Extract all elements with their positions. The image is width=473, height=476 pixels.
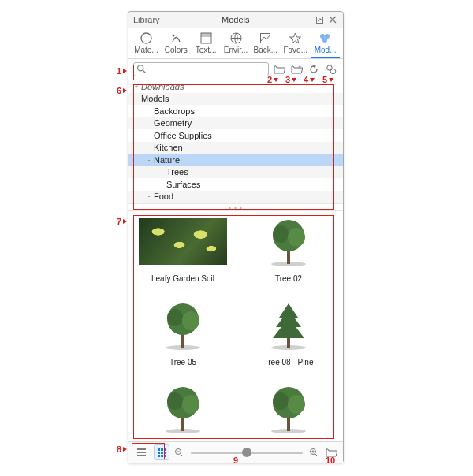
tree-label: Geometry xyxy=(154,118,192,128)
svg-point-31 xyxy=(182,395,199,414)
refresh-button[interactable] xyxy=(307,62,321,76)
tree-label: Nature xyxy=(154,155,180,165)
twisty-icon xyxy=(144,131,154,140)
svg-text:+: + xyxy=(298,65,301,69)
svg-point-14 xyxy=(330,69,335,73)
twisty-icon xyxy=(144,143,154,152)
svg-rect-37 xyxy=(158,448,160,451)
tree-row-nature[interactable]: -Nature xyxy=(128,154,343,166)
tree-row-geometry[interactable]: Geometry xyxy=(128,117,343,130)
svg-line-11 xyxy=(143,70,146,73)
tab-text[interactable]: Text... xyxy=(192,31,221,58)
thumbnail-label: Leafy Garden Soil xyxy=(151,274,214,293)
tree-label: Office Supplies xyxy=(154,131,212,140)
thumbnail-grid[interactable]: Leafy Garden SoilTree 02Tree 05Tree 08 -… xyxy=(128,211,343,449)
tree-row-trees[interactable]: Trees xyxy=(128,166,343,179)
thumbnail-label: Tree 05 xyxy=(169,358,196,377)
thumbnail-tree-02[interactable]: Tree 02 xyxy=(239,213,338,293)
callout-1: 1 xyxy=(117,66,127,76)
thumbnail-leafy-garden-soil[interactable]: Leafy Garden Soil xyxy=(133,213,233,293)
twisty-icon xyxy=(157,167,166,177)
tree-label: Surfaces xyxy=(166,180,200,189)
twisty-icon xyxy=(144,118,154,128)
tree-row-models[interactable]: -Models xyxy=(128,93,343,106)
callout-8: 8 xyxy=(117,444,127,454)
svg-rect-41 xyxy=(161,452,163,454)
callout-6: 6 xyxy=(117,86,127,95)
search-icon xyxy=(136,64,147,74)
svg-rect-40 xyxy=(158,452,160,454)
svg-point-35 xyxy=(273,392,289,410)
open-folder-button[interactable] xyxy=(272,62,286,76)
reveal-folder-button[interactable] xyxy=(324,445,338,459)
tree-label: Downloads xyxy=(141,82,184,91)
tree-view[interactable]: +Downloads-ModelsBackdropsGeometryOffice… xyxy=(128,80,343,203)
thumbnail-label: Tree 02 xyxy=(275,274,302,293)
svg-rect-39 xyxy=(164,448,166,451)
tree-label: Kitchen xyxy=(154,143,183,152)
tree-label: Models xyxy=(141,94,169,103)
library-label: Library xyxy=(133,15,160,24)
search-input[interactable] xyxy=(133,62,269,76)
tree-label: Backdrops xyxy=(154,106,195,116)
svg-point-24 xyxy=(182,311,199,330)
twisty-icon xyxy=(157,180,166,189)
twisty-icon[interactable]: - xyxy=(132,94,141,103)
svg-point-23 xyxy=(167,309,183,326)
tree-row-downloads[interactable]: +Downloads xyxy=(128,80,343,93)
twisty-icon[interactable]: + xyxy=(132,82,141,91)
svg-point-9 xyxy=(322,38,327,43)
tab-favo[interactable]: Favo... xyxy=(281,31,310,58)
svg-line-47 xyxy=(181,454,183,456)
twisty-icon[interactable]: - xyxy=(144,155,154,165)
svg-point-30 xyxy=(167,392,183,410)
tree-label: Trees xyxy=(166,167,188,177)
view-grid-button[interactable] xyxy=(154,444,169,460)
svg-rect-44 xyxy=(161,455,163,457)
tab-envir[interactable]: Envir... xyxy=(222,31,251,58)
svg-rect-42 xyxy=(164,452,166,454)
svg-point-10 xyxy=(138,65,143,71)
view-list-button[interactable] xyxy=(133,444,149,460)
thumbnail-tree-09-large-green-ash[interactable]: Tree 09 - Large Green Ash xyxy=(133,380,233,449)
thumbnail-tree-05[interactable]: Tree 05 xyxy=(133,296,233,377)
detach-icon[interactable] xyxy=(314,14,325,25)
callout-7: 7 xyxy=(117,217,127,226)
tree-row-kitchen[interactable]: Kitchen xyxy=(128,142,343,154)
zoom-out-icon[interactable] xyxy=(174,448,184,458)
footer xyxy=(128,441,343,463)
tree-row-surfaces[interactable]: Surfaces xyxy=(128,178,343,191)
close-icon[interactable] xyxy=(327,14,338,25)
tree-row-office-supplies[interactable]: Office Supplies xyxy=(128,129,343,142)
titlebar: Library Models xyxy=(128,12,343,28)
tools-row: + xyxy=(128,59,343,80)
svg-point-1 xyxy=(141,33,151,43)
svg-point-18 xyxy=(273,225,289,243)
svg-point-8 xyxy=(325,34,330,39)
twisty-icon xyxy=(144,106,154,116)
tree-label: Food xyxy=(154,192,173,201)
library-panel: Library Models Mate...ColorsText...Envir… xyxy=(128,11,344,463)
zoom-slider[interactable] xyxy=(191,452,303,454)
zoom-in-icon[interactable] xyxy=(309,448,319,458)
panel-title: Models xyxy=(160,15,311,24)
svg-point-2 xyxy=(172,34,174,36)
svg-rect-38 xyxy=(161,448,163,451)
tree-row-backdrops[interactable]: Backdrops xyxy=(128,105,343,117)
tab-back[interactable]: Back... xyxy=(251,31,280,58)
online-content-button[interactable] xyxy=(324,62,338,76)
svg-rect-26 xyxy=(287,337,290,348)
splitter-handle[interactable]: • • • xyxy=(128,203,343,211)
tab-mod[interactable]: Mod... xyxy=(311,31,340,58)
svg-rect-45 xyxy=(164,455,166,457)
twisty-icon[interactable]: - xyxy=(144,192,154,201)
new-folder-button[interactable]: + xyxy=(289,62,304,76)
thumbnail-tree-08-pine[interactable]: Tree 08 - Pine xyxy=(239,296,338,377)
thumbnail-label: Tree 08 - Pine xyxy=(264,358,314,377)
tab-colors[interactable]: Colors xyxy=(162,31,191,58)
tabbar: Mate...ColorsText...Envir...Back...Favo.… xyxy=(128,28,343,59)
svg-rect-4 xyxy=(201,33,211,37)
tree-row-food[interactable]: -Food xyxy=(128,191,343,203)
tab-mate[interactable]: Mate... xyxy=(132,31,161,58)
thumbnail-tree-10-european-nettle[interactable]: Tree 10 - European Nettle xyxy=(239,380,338,449)
